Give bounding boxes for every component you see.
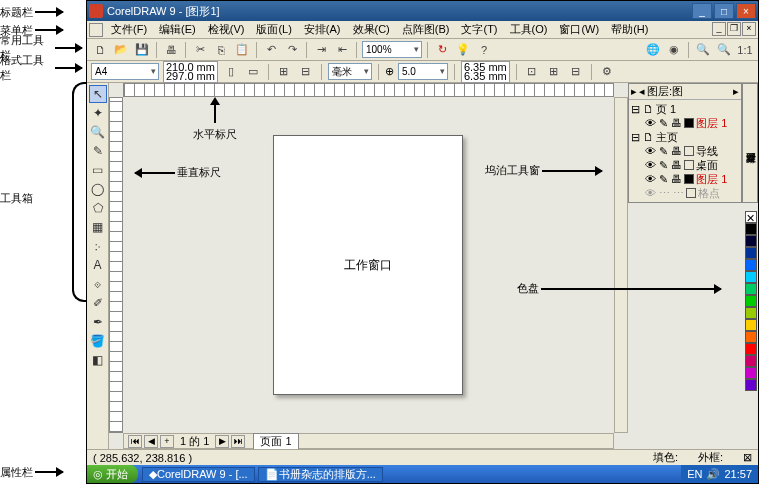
swatch[interactable] xyxy=(745,247,757,259)
swatch[interactable] xyxy=(745,355,757,367)
swatch[interactable] xyxy=(745,271,757,283)
snap3-icon[interactable]: ⊟ xyxy=(567,63,585,81)
maximize-button[interactable]: □ xyxy=(714,3,734,19)
zoom-tool[interactable]: 🔍 xyxy=(89,123,107,141)
lang-indicator[interactable]: EN xyxy=(687,468,702,480)
task-doc[interactable]: 📄 书册杂志的排版方... xyxy=(258,467,383,482)
menu-tools[interactable]: 工具(O) xyxy=(504,21,554,38)
print-icon[interactable]: 🖶 xyxy=(162,41,180,59)
swatch[interactable] xyxy=(745,319,757,331)
first-page[interactable]: ⏮ xyxy=(128,435,142,448)
opts-icon[interactable]: ⚙ xyxy=(598,63,616,81)
export-icon[interactable]: ⇤ xyxy=(333,41,351,59)
swatch-none[interactable]: ✕ xyxy=(745,211,757,223)
mdi-restore[interactable]: ❐ xyxy=(727,22,741,36)
scrollbar-v[interactable] xyxy=(614,97,628,433)
menu-view[interactable]: 检视(V) xyxy=(202,21,251,38)
swatch[interactable] xyxy=(745,295,757,307)
ruler-horizontal[interactable] xyxy=(123,83,614,97)
snap2-icon[interactable]: ⊞ xyxy=(545,63,563,81)
last-page[interactable]: ⏭ xyxy=(231,435,245,448)
open-icon[interactable]: 📂 xyxy=(112,41,130,59)
pages-icon[interactable]: ⊞ xyxy=(275,63,293,81)
swatch[interactable] xyxy=(745,331,757,343)
corel-icon[interactable]: ◉ xyxy=(665,41,683,59)
freehand-tool[interactable]: ✎ xyxy=(89,142,107,160)
next-page[interactable]: ▶ xyxy=(215,435,229,448)
pick-tool[interactable]: ↖ xyxy=(89,85,107,103)
swatch[interactable] xyxy=(745,343,757,355)
menu-arrange[interactable]: 安排(A) xyxy=(298,21,347,38)
snap1-icon[interactable]: ⊡ xyxy=(523,63,541,81)
docker-tab[interactable]: 对象管理器 xyxy=(742,83,758,203)
outline-tool[interactable]: ✒ xyxy=(89,313,107,331)
close-button[interactable]: × xyxy=(736,3,756,19)
swatch[interactable] xyxy=(745,235,757,247)
start-button[interactable]: ◎ 开始 xyxy=(87,465,138,483)
landscape-icon[interactable]: ▭ xyxy=(244,63,262,81)
page[interactable]: 工作窗口 xyxy=(273,135,463,395)
swatch[interactable] xyxy=(745,259,757,271)
zoomin-icon[interactable]: 🔍 xyxy=(694,41,712,59)
web-icon[interactable]: 🌐 xyxy=(644,41,662,59)
cut-icon[interactable]: ✂ xyxy=(191,41,209,59)
menu-layout[interactable]: 版面(L) xyxy=(250,21,297,38)
menu-file[interactable]: 文件(F) xyxy=(105,21,153,38)
prev-page[interactable]: ◀ xyxy=(144,435,158,448)
refresh-icon[interactable]: ↻ xyxy=(433,41,451,59)
interactive-fill-tool[interactable]: ◧ xyxy=(89,351,107,369)
task-corel[interactable]: ◆ CorelDRAW 9 - [... xyxy=(142,467,255,482)
mdi-close[interactable]: × xyxy=(742,22,756,36)
swatch[interactable] xyxy=(745,367,757,379)
eyedrop-tool[interactable]: ✐ xyxy=(89,294,107,312)
rect-tool[interactable]: ▭ xyxy=(89,161,107,179)
save-icon[interactable]: 💾 xyxy=(133,41,151,59)
swatch[interactable] xyxy=(745,223,757,235)
tray[interactable]: EN 🔊 21:57 xyxy=(681,465,758,483)
swatch[interactable] xyxy=(745,307,757,319)
menu-text[interactable]: 文字(T) xyxy=(455,21,503,38)
zoom-combo[interactable]: 100% xyxy=(362,41,422,58)
polygon-tool[interactable]: ⬠ xyxy=(89,199,107,217)
shape-tool[interactable]: ✦ xyxy=(89,104,107,122)
menu-effects[interactable]: 效果(C) xyxy=(347,21,396,38)
menu-bitmap[interactable]: 点阵图(B) xyxy=(396,21,456,38)
copy-icon[interactable]: ⎘ xyxy=(212,41,230,59)
ellipse-tool[interactable]: ◯ xyxy=(89,180,107,198)
facing-icon[interactable]: ⊟ xyxy=(297,63,315,81)
graph-tool[interactable]: ▦ xyxy=(89,218,107,236)
swatch[interactable] xyxy=(745,283,757,295)
units-combo[interactable]: 毫米 xyxy=(328,63,372,80)
page-tab[interactable]: 页面 1 xyxy=(253,433,298,450)
menu-window[interactable]: 窗口(W) xyxy=(553,21,605,38)
ruler-vertical[interactable] xyxy=(109,97,123,433)
help-icon[interactable]: ? xyxy=(475,41,493,59)
add-page[interactable]: + xyxy=(160,435,174,448)
import-icon[interactable]: ⇥ xyxy=(312,41,330,59)
menu-help[interactable]: 帮助(H) xyxy=(605,21,654,38)
redo-icon[interactable]: ↷ xyxy=(283,41,301,59)
undo-icon[interactable]: ↶ xyxy=(262,41,280,59)
spiral-tool[interactable]: ჻ xyxy=(89,237,107,255)
swatch[interactable] xyxy=(745,379,757,391)
canvas[interactable]: 工作窗口 水平标尺 垂直标尺 xyxy=(123,97,614,433)
paper-combo[interactable]: A4 xyxy=(91,63,159,80)
minimize-button[interactable]: _ xyxy=(692,3,712,19)
doc-icon[interactable] xyxy=(89,23,103,37)
text-tool[interactable]: A xyxy=(89,256,107,274)
tray-icon[interactable]: 🔊 xyxy=(706,468,720,481)
mdi-min[interactable]: _ xyxy=(712,22,726,36)
fill-tool[interactable]: 🪣 xyxy=(89,332,107,350)
duplicate-offset[interactable]: 6.35 mm6.35 mm xyxy=(461,61,510,83)
blend-tool[interactable]: ⟐ xyxy=(89,275,107,293)
menu-edit[interactable]: 编辑(E) xyxy=(153,21,202,38)
new-icon[interactable]: 🗋 xyxy=(91,41,109,59)
zoom11-icon[interactable]: 1:1 xyxy=(736,41,754,59)
object-manager-docker[interactable]: ▸◂图层:图▸ ⊟ 🗋 页 1 👁 ✎ 🖶 图层 1 ⊟ 🗋 主页 👁 ✎ 🖶 … xyxy=(628,83,742,203)
portrait-icon[interactable]: ▯ xyxy=(222,63,240,81)
hint-icon[interactable]: 💡 xyxy=(454,41,472,59)
paste-icon[interactable]: 📋 xyxy=(233,41,251,59)
zoomout-icon[interactable]: 🔍 xyxy=(715,41,733,59)
page-size[interactable]: 210.0 mm297.0 mm xyxy=(163,61,218,83)
nudge-combo[interactable]: 5.0 mm xyxy=(398,63,448,80)
